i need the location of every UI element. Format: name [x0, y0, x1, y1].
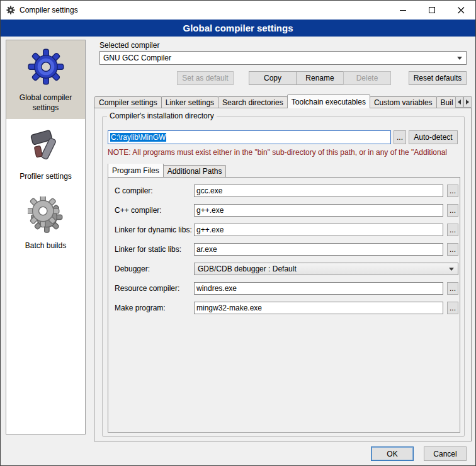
bin-subdirectory-note: NOTE: All programs must exist either in …	[108, 148, 463, 157]
linker-dynamic-value: g++.exe	[196, 225, 224, 234]
delete-button[interactable]: Delete	[343, 71, 391, 85]
close-icon	[458, 7, 465, 14]
selected-compiler-label: Selected compiler	[99, 41, 159, 50]
close-button[interactable]	[446, 1, 475, 20]
debugger-label: Debugger:	[115, 263, 150, 275]
linker-static-label: Linker for static libs:	[115, 243, 181, 256]
installation-directory-input[interactable]: C:\raylib\MinGW	[108, 130, 391, 144]
tab-custom-variables[interactable]: Custom variables	[370, 96, 437, 108]
c-compiler-input[interactable]: gcc.exe	[194, 185, 443, 197]
cpp-compiler-input[interactable]: g++.exe	[194, 204, 443, 217]
sidebar-item-batch-builds[interactable]: Batch builds	[6, 188, 85, 257]
maximize-button[interactable]	[417, 1, 446, 20]
make-program-label: Make program:	[115, 302, 166, 314]
set-as-default-button[interactable]: Set as default	[177, 71, 234, 85]
compiler-tabbar: Compiler settings Linker settings Search…	[94, 94, 455, 108]
linker-dynamic-input[interactable]: g++.exe	[194, 224, 443, 236]
program-files-panel: C compiler: gcc.exe ... C++ compiler: g+…	[108, 177, 460, 433]
rename-button[interactable]: Rename	[296, 71, 344, 85]
window-controls	[388, 1, 475, 20]
tab-search-directories[interactable]: Search directories	[218, 96, 288, 108]
titlebar: Compiler settings	[1, 1, 475, 20]
make-program-value: mingw32-make.exe	[196, 304, 262, 312]
tab-build-options[interactable]: Buil	[436, 96, 455, 108]
copy-button[interactable]: Copy	[249, 71, 297, 85]
tab-compiler-settings[interactable]: Compiler settings	[94, 96, 162, 108]
linker-dynamic-label: Linker for dynamic libs:	[115, 224, 192, 236]
chevron-down-icon	[457, 57, 462, 60]
reset-defaults-button[interactable]: Reset defaults	[409, 71, 467, 85]
minimize-icon	[400, 7, 407, 14]
browse-linker-static-button[interactable]: ...	[447, 243, 458, 256]
sidebar-item-profiler-settings[interactable]: Profiler settings	[6, 119, 85, 188]
dialog-banner: Global compiler settings	[1, 20, 475, 37]
selected-compiler-value: GNU GCC Compiler	[103, 54, 171, 62]
chevron-down-icon	[449, 268, 454, 271]
arrow-left-icon	[458, 99, 461, 105]
make-program-input[interactable]: mingw32-make.exe	[194, 302, 443, 314]
auto-detect-button[interactable]: Auto-detect	[409, 130, 458, 144]
browse-linker-dynamic-button[interactable]: ...	[447, 224, 458, 236]
compiler-settings-window: Compiler settings Global compiler settin…	[0, 0, 476, 466]
browse-make-program-button[interactable]: ...	[447, 302, 458, 314]
linker-static-input[interactable]: ar.exe	[194, 243, 443, 256]
browse-directory-button[interactable]: ...	[394, 130, 406, 144]
field-row: C++ compiler: g++.exe ...	[108, 204, 460, 217]
gray-gear-icon	[28, 196, 64, 233]
field-row: Linker for static libs: ar.exe ...	[108, 243, 460, 256]
browse-cpp-compiler-button[interactable]: ...	[447, 204, 458, 217]
sidebar-item-label: Batch builds	[8, 241, 83, 251]
installation-directory-group: Compiler's installation directory C:\ray…	[102, 116, 465, 437]
sidebar-item-global-compiler-settings[interactable]: Global compiler settings	[6, 40, 85, 119]
program-files-tabbar: Program Files Additional Paths	[108, 164, 460, 177]
app-icon	[6, 6, 15, 14]
c-compiler-value: gcc.exe	[196, 186, 222, 195]
hammer-icon	[28, 127, 64, 164]
subtab-program-files[interactable]: Program Files	[108, 164, 164, 177]
window-title: Compiler settings	[20, 6, 78, 14]
settings-sidebar: Global compiler settings Profiler settin…	[6, 40, 86, 435]
tab-scroll-right-button[interactable]	[463, 96, 472, 108]
group-title: Compiler's installation directory	[107, 111, 217, 120]
maximize-icon	[429, 7, 436, 14]
linker-static-value: ar.exe	[196, 245, 217, 254]
tab-scroll-left-button[interactable]	[455, 96, 463, 108]
c-compiler-label: C compiler:	[115, 185, 153, 197]
minimize-button[interactable]	[388, 1, 417, 20]
cancel-button[interactable]: Cancel	[424, 446, 467, 461]
field-row: Debugger: GDB/CDB debugger : Default	[108, 263, 460, 275]
arrow-right-icon	[466, 99, 469, 105]
resource-compiler-value: windres.exe	[196, 284, 237, 293]
debugger-select[interactable]: GDB/CDB debugger : Default	[194, 263, 458, 275]
browse-c-compiler-button[interactable]: ...	[447, 185, 458, 197]
cpp-compiler-value: g++.exe	[196, 206, 224, 215]
field-row: C compiler: gcc.exe ...	[108, 185, 460, 197]
blue-gear-icon	[28, 48, 64, 85]
subtab-additional-paths[interactable]: Additional Paths	[163, 165, 227, 177]
field-row: Make program: mingw32-make.exe ...	[108, 302, 460, 314]
selected-compiler-select[interactable]: GNU GCC Compiler	[99, 51, 467, 65]
cpp-compiler-label: C++ compiler:	[115, 204, 162, 217]
resource-compiler-label: Resource compiler:	[115, 282, 179, 295]
sidebar-item-label: Profiler settings	[8, 171, 83, 181]
field-row: Resource compiler: windres.exe ...	[108, 282, 460, 295]
sidebar-item-label: Global compiler settings	[8, 93, 83, 113]
browse-resource-compiler-button[interactable]: ...	[447, 282, 458, 295]
ok-button[interactable]: OK	[371, 446, 414, 461]
installation-directory-value: C:\raylib\MinGW	[110, 133, 166, 142]
toolchain-executables-panel: Compiler's installation directory C:\ray…	[94, 108, 472, 441]
resource-compiler-input[interactable]: windres.exe	[194, 282, 443, 295]
debugger-value: GDB/CDB debugger : Default	[198, 264, 297, 273]
field-row: Linker for dynamic libs: g++.exe ...	[108, 224, 460, 236]
tab-toolchain-executables[interactable]: Toolchain executables	[287, 94, 370, 108]
tab-linker-settings[interactable]: Linker settings	[161, 96, 218, 108]
